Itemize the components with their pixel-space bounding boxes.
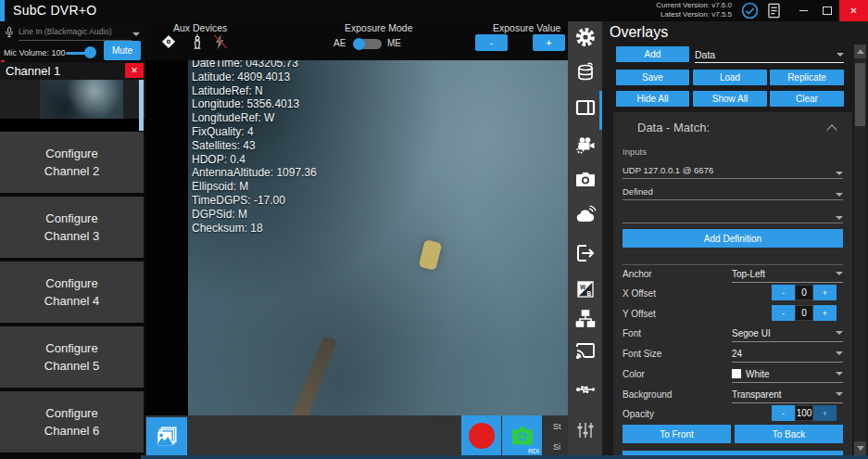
channel-1-close-button[interactable]: ✕: [125, 63, 144, 78]
svg-text:B: B: [587, 290, 592, 297]
still-camera-icon[interactable]: [574, 169, 597, 191]
overlay-line: Checksum: 18: [192, 222, 423, 236]
gallery-button[interactable]: [146, 417, 187, 455]
y-offset-increase-button[interactable]: +: [813, 305, 837, 321]
record-button[interactable]: [461, 415, 501, 455]
x-offset-increase-button[interactable]: +: [813, 285, 837, 300]
update-check-icon[interactable]: [741, 2, 759, 19]
configure-channel-4-button[interactable]: ConfigureChannel 4: [0, 261, 144, 323]
channel-list-scrollbar[interactable]: [139, 80, 144, 131]
overlay-line: Latitude: 4809.4013: [192, 70, 423, 84]
configure-channel-6-button[interactable]: ConfigureChannel 6: [0, 391, 144, 453]
close-icon: ✕: [849, 6, 857, 16]
panel-scrollbar[interactable]: [854, 45, 866, 459]
close-button[interactable]: ✕: [839, 0, 868, 21]
overlays-panel: Overlays Add Data Save Load Replicate Hi…: [602, 21, 868, 459]
scroll-down-button[interactable]: [854, 441, 866, 455]
font-size-dropdown[interactable]: 24: [732, 345, 843, 363]
show-all-button[interactable]: Show All: [693, 91, 767, 107]
clear-button[interactable]: Clear: [770, 91, 844, 107]
video-settings-icon[interactable]: [574, 134, 597, 157]
chevron-down-icon: [837, 53, 844, 57]
mute-button[interactable]: Mute: [104, 41, 141, 60]
save-button[interactable]: Save: [616, 70, 689, 85]
overlay-line: FixQuality: 4: [192, 125, 423, 139]
crosshair-diamond-icon[interactable]: [159, 32, 178, 51]
collapse-chevron-icon[interactable]: [826, 124, 837, 134]
scrollbar-thumb[interactable]: [855, 63, 865, 126]
chevron-down-icon: [836, 172, 843, 175]
cloud-upload-icon[interactable]: [574, 204, 597, 226]
y-offset-decrease-button[interactable]: -: [772, 305, 795, 321]
titlebar-accent: [0, 0, 5, 21]
close-icon: ✕: [131, 66, 138, 75]
load-button[interactable]: Load: [693, 70, 767, 85]
object-in-frame: [419, 239, 443, 271]
audio-input-select[interactable]: Line In (Blackmagic Audio): [19, 27, 132, 41]
x-offset-value: 0: [795, 285, 813, 300]
mic-volume-slider-thumb[interactable]: [84, 46, 96, 58]
defined-dropdown[interactable]: Defined: [623, 182, 843, 200]
color-dropdown[interactable]: White: [732, 365, 843, 383]
app-title: SubC DVR+O: [13, 3, 97, 18]
adjustments-icon[interactable]: [574, 419, 597, 441]
font-row: Font Segoe UI: [623, 325, 843, 343]
maximize-button[interactable]: [815, 0, 839, 21]
microphone-icon: [3, 26, 16, 42]
network-icon[interactable]: [574, 308, 597, 330]
scroll-up-button[interactable]: [854, 45, 866, 58]
white-balance-icon[interactable]: WB: [574, 278, 597, 300]
configure-channel-5-button[interactable]: ConfigureChannel 5: [0, 326, 144, 388]
channel-1-video-thumbnail[interactable]: [40, 80, 123, 119]
overlay-layout-icon[interactable]: [574, 96, 597, 119]
version-info: Current Version: v7.6.0 Latest Version: …: [656, 1, 732, 19]
x-offset-decrease-button[interactable]: -: [772, 285, 795, 300]
background-dropdown[interactable]: Transparent: [732, 386, 843, 403]
snapshot-button[interactable]: RDI: [502, 415, 542, 455]
add-definition-button[interactable]: Add Definition: [623, 229, 843, 248]
font-size-label: Font Size: [623, 349, 661, 359]
storage-database-icon[interactable]: [574, 61, 597, 83]
opacity-value: 100: [795, 405, 813, 421]
exposure-decrease-button[interactable]: -: [475, 34, 508, 51]
overlay-type-dropdown[interactable]: Data: [695, 46, 844, 63]
channel-1-timer-bar: [0, 119, 145, 131]
chevron-down-icon: [836, 331, 843, 335]
overlay-line: Satellites: 43: [192, 139, 423, 153]
to-back-button[interactable]: To Back: [735, 425, 843, 443]
exposure-increase-button[interactable]: +: [533, 34, 565, 51]
add-overlay-button[interactable]: Add: [616, 46, 689, 62]
data-match-header: Data - Match:: [637, 121, 710, 134]
input-source-dropdown[interactable]: UDP 127.0.0.1 @ 6676: [623, 160, 843, 179]
definition-dropdown[interactable]: [623, 205, 843, 223]
configure-channel-3-button[interactable]: ConfigureChannel 3: [0, 197, 144, 258]
font-dropdown[interactable]: Segoe UI: [732, 325, 843, 342]
exposure-mode-toggle-knob[interactable]: [353, 38, 365, 50]
export-icon[interactable]: [574, 242, 597, 264]
manual-icon[interactable]: [765, 2, 783, 19]
configure-channel-2-button[interactable]: ConfigureChannel 2: [0, 132, 144, 193]
channel-1-header: Channel 1: [0, 62, 145, 80]
rdi-label: RDI: [528, 448, 539, 454]
data-match-section: Data - Match: Inputs UDP 127.0.0.1 @ 667…: [613, 112, 852, 459]
settings-gear-icon[interactable]: [574, 26, 597, 48]
capture-bar: Aux Devices Exposure Mode AE ME Exposure…: [145, 21, 568, 60]
usb-icon[interactable]: [574, 378, 597, 401]
anchor-dropdown[interactable]: Top-Left: [732, 265, 843, 283]
minimize-button[interactable]: [791, 0, 815, 21]
overlay-line: HDOP: 0.4: [192, 153, 423, 167]
to-front-button[interactable]: To Front: [623, 425, 731, 443]
lamp-icon[interactable]: [188, 32, 207, 51]
video-letterbox: [145, 60, 188, 415]
overlay-line: LatitudeRef: N: [192, 84, 423, 98]
opacity-increase-button[interactable]: +: [813, 405, 837, 421]
chevron-down-icon: [836, 216, 843, 220]
replicate-button[interactable]: Replicate: [770, 70, 844, 85]
live-video-feed[interactable]: DateTime: 043205.73 Latitude: 4809.4013 …: [188, 60, 568, 415]
hide-all-button[interactable]: Hide All: [616, 91, 689, 107]
strobe-off-icon[interactable]: [211, 32, 230, 51]
font-size-row: Font Size 24: [623, 345, 843, 363]
opacity-decrease-button[interactable]: -: [772, 405, 795, 421]
minimize-icon: [799, 10, 808, 11]
screen-cast-icon[interactable]: [574, 339, 597, 362]
